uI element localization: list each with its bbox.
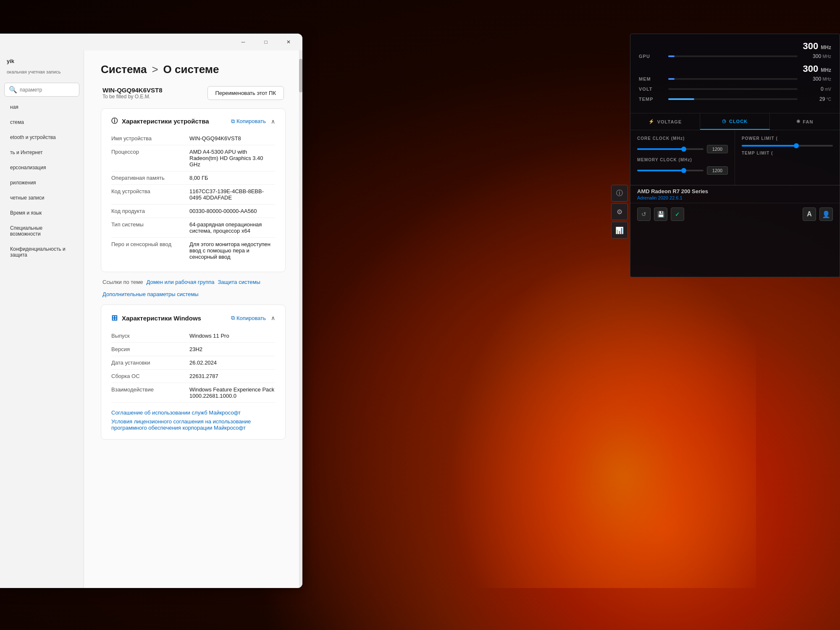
sidebar-item-home[interactable]: ная <box>3 100 80 114</box>
breadcrumb: Система > О системе <box>101 63 286 76</box>
device-row-6: Перо и сенсорный ввод Для этого монитора… <box>111 238 275 263</box>
title-bar: ─ □ ✕ <box>0 34 302 50</box>
links-row: Ссылки по теме Домен или рабочая группа … <box>101 279 286 285</box>
power-limit-fill <box>742 145 796 147</box>
settings-panel: ─ □ ✕ уik окальная учетная запись 🔍 ная … <box>0 34 302 588</box>
side-btn-settings[interactable]: ⚙ <box>611 203 628 220</box>
stat-row-mem: MEM 300 MHz <box>639 76 831 82</box>
win-row-0: Выпуск Windows 11 Pro <box>111 329 275 343</box>
memory-clock-slider[interactable] <box>637 170 704 171</box>
side-btn-info[interactable]: ⓘ <box>611 185 628 202</box>
scrollbar-thumb[interactable] <box>299 59 302 92</box>
close-button[interactable]: ✕ <box>279 36 298 48</box>
memory-clock-slider-row <box>637 166 728 175</box>
gpu-reset-button[interactable]: ↺ <box>637 207 651 221</box>
power-limit-slider[interactable] <box>742 145 833 147</box>
device-collapse-button[interactable]: ∧ <box>271 118 275 125</box>
gpu-tab-clock[interactable]: ◷ CLOCK <box>700 113 770 130</box>
stat-label-mem: MEM <box>639 76 664 81</box>
sidebar-item-time[interactable]: Время и язык <box>3 206 80 220</box>
sidebar-app-name: уik <box>0 55 84 68</box>
stat-bar-mem <box>668 78 798 80</box>
sidebar-item-accessibility[interactable]: Специальные возможности <box>3 221 80 241</box>
core-clock-slider[interactable] <box>637 148 704 150</box>
core-clock-input[interactable] <box>707 145 728 153</box>
gpu-card-name: AMD Radeon R7 200 Series Adrenalin 2020 … <box>630 185 840 203</box>
main-content: Система > О системе WIN-QGQ94K6VST8 To b… <box>84 50 302 588</box>
sidebar-item-apps[interactable]: риложения <box>3 176 80 190</box>
device-section: ⓘ Характеристики устройства ⧉ Копировать… <box>101 108 286 272</box>
win-value-4: Windows Feature Experience Pack 1000.226… <box>189 386 275 399</box>
gpu-apply-button[interactable]: ✓ <box>671 207 684 221</box>
gpu-profile-a[interactable]: A <box>803 207 816 221</box>
memory-clock-fill <box>637 170 684 171</box>
temp-limit-label: TEMP LIMIT ( <box>742 151 833 155</box>
gpu-save-button[interactable]: 💾 <box>654 207 667 221</box>
memory-clock-input[interactable] <box>707 166 728 175</box>
windows-collapse-button[interactable]: ∧ <box>271 315 275 321</box>
power-limit-slider-row <box>742 145 833 147</box>
device-copy-button[interactable]: ⧉ Копировать <box>231 118 266 125</box>
fan-icon: ❋ <box>796 119 801 124</box>
search-input[interactable] <box>20 87 75 93</box>
win-value-2: 26.02.2024 <box>189 360 275 366</box>
win-label-3: Сборка ОС <box>111 373 187 379</box>
link-protection[interactable]: Защита системы <box>218 279 260 285</box>
win-label-0: Выпуск <box>111 333 187 339</box>
stat-label-gpu: GPU <box>639 54 664 59</box>
breadcrumb-separator: > <box>152 63 158 76</box>
gpu-clock-right: POWER LIMIT ( TEMP LIMIT ( <box>735 130 840 185</box>
breadcrumb-part1: Система <box>101 63 147 76</box>
computer-name-row: WIN-QGQ94K6VST8 To be filled by O.E.M. П… <box>101 86 286 100</box>
windows-section-title: ⊞ Характеристики Windows <box>111 313 201 323</box>
sidebar-item-accounts[interactable]: четные записи <box>3 191 80 205</box>
device-row-0: Имя устройства WIN-QGQ94K6VST8 <box>111 132 275 145</box>
sidebar-item-bluetooth[interactable]: etooth и устройства <box>3 130 80 144</box>
sidebar-item-system[interactable]: стема <box>3 115 80 129</box>
device-row-2: Оперативная память 8,00 ГБ <box>111 171 275 185</box>
win-value-3: 22631.2787 <box>189 373 275 379</box>
gpu-tab-fan[interactable]: ❋ FAN <box>770 113 840 130</box>
computer-name-info: WIN-QGQ94K6VST8 To be filled by O.E.M. <box>102 87 163 100</box>
device-label-3: Код устройства <box>111 188 187 194</box>
power-limit-label: POWER LIMIT ( <box>742 136 833 141</box>
computer-name-subtitle: To be filled by O.E.M. <box>102 94 163 100</box>
stat-value-mem: 300 MHz <box>802 76 831 82</box>
device-section-title: ⓘ Характеристики устройства <box>111 117 209 125</box>
rename-button[interactable]: Переименовать этот ПК <box>207 86 284 100</box>
sidebar-item-privacy[interactable]: Конфиденциальность и защита <box>3 242 80 262</box>
gpu-profile-user[interactable]: 👤 <box>819 207 833 221</box>
power-limit-thumb <box>794 143 799 148</box>
legal-link-0[interactable]: Соглашение об использовании служб Майкро… <box>111 410 275 416</box>
breadcrumb-part2: О системе <box>163 63 219 76</box>
win-row-3: Сборка ОС 22631.2787 <box>111 370 275 383</box>
minimize-button[interactable]: ─ <box>234 36 253 48</box>
device-value-2: 8,00 ГБ <box>189 175 275 181</box>
gpu-bottom-bar: ↺ 💾 ✓ A 👤 <box>630 203 840 225</box>
device-value-0: WIN-QGQ94K6VST8 <box>189 135 275 142</box>
links-label: Ссылки по теме <box>102 279 143 285</box>
gpu-tabs: ⚡ VOLTAGE ◷ CLOCK ❋ FAN <box>630 113 840 130</box>
gpu-mhz-1: 300 MHz <box>803 41 832 52</box>
link-domain[interactable]: Домен или рабочая группа <box>146 279 214 285</box>
device-value-5: 64-разрядная операционная система, проце… <box>189 221 275 234</box>
device-value-4: 00330-80000-00000-AA560 <box>189 208 275 214</box>
windows-copy-button[interactable]: ⧉ Копировать <box>231 315 266 321</box>
link-advanced[interactable]: Дополнительные параметры системы <box>102 291 199 297</box>
win-value-1: 23H2 <box>189 346 275 352</box>
sidebar-item-network[interactable]: ть и Интернет <box>3 145 80 160</box>
sidebar-search[interactable]: 🔍 <box>4 83 79 97</box>
stat-bar-fill-temp <box>668 98 694 100</box>
stat-bar-fill-gpu <box>668 55 675 57</box>
device-value-1: AMD A4-5300 APU with Radeon(tm) HD Graph… <box>189 149 275 168</box>
gpu-card-main-name: AMD Radeon R7 200 Series <box>637 186 833 195</box>
sidebar-item-personalization[interactable]: ерсонализация <box>3 160 80 175</box>
device-label-0: Имя устройства <box>111 135 187 142</box>
side-btn-chart[interactable]: 📊 <box>611 222 628 239</box>
gpu-tab-voltage[interactable]: ⚡ VOLTAGE <box>630 113 700 130</box>
scrollbar-track[interactable] <box>299 50 302 588</box>
gpu-clock-controls: CORE CLOCK (MHz) MEMORY CLOCK (MHz) <box>630 130 840 185</box>
legal-link-1[interactable]: Условия лицензионного соглашения на испо… <box>111 418 275 431</box>
copy-icon-2: ⧉ <box>231 315 235 321</box>
maximize-button[interactable]: □ <box>256 36 276 48</box>
